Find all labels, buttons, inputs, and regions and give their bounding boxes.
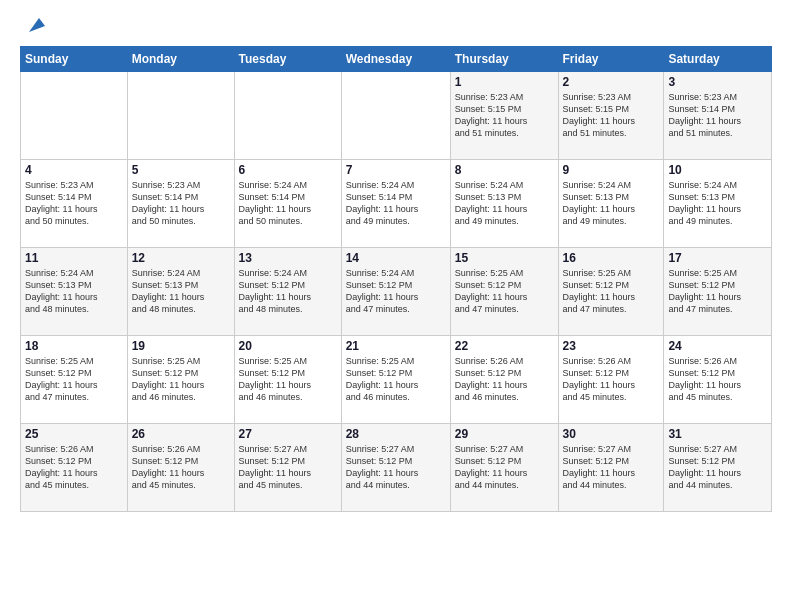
calendar-week-row: 25Sunrise: 5:26 AM Sunset: 5:12 PM Dayli… [21,424,772,512]
table-row [341,72,450,160]
cell-content: 23Sunrise: 5:26 AM Sunset: 5:12 PM Dayli… [563,339,660,404]
table-row: 16Sunrise: 5:25 AM Sunset: 5:12 PM Dayli… [558,248,664,336]
day-info: Sunrise: 5:27 AM Sunset: 5:12 PM Dayligh… [239,443,337,492]
day-info: Sunrise: 5:25 AM Sunset: 5:12 PM Dayligh… [346,355,446,404]
cell-content: 27Sunrise: 5:27 AM Sunset: 5:12 PM Dayli… [239,427,337,492]
day-number: 13 [239,251,337,265]
table-row: 19Sunrise: 5:25 AM Sunset: 5:12 PM Dayli… [127,336,234,424]
cell-content: 4Sunrise: 5:23 AM Sunset: 5:14 PM Daylig… [25,163,123,228]
cell-content: 7Sunrise: 5:24 AM Sunset: 5:14 PM Daylig… [346,163,446,228]
page: Sunday Monday Tuesday Wednesday Thursday… [0,0,792,612]
day-info: Sunrise: 5:27 AM Sunset: 5:12 PM Dayligh… [455,443,554,492]
calendar-table: Sunday Monday Tuesday Wednesday Thursday… [20,46,772,512]
table-row: 20Sunrise: 5:25 AM Sunset: 5:12 PM Dayli… [234,336,341,424]
table-row: 21Sunrise: 5:25 AM Sunset: 5:12 PM Dayli… [341,336,450,424]
day-info: Sunrise: 5:24 AM Sunset: 5:13 PM Dayligh… [25,267,123,316]
col-wednesday: Wednesday [341,47,450,72]
day-info: Sunrise: 5:24 AM Sunset: 5:13 PM Dayligh… [563,179,660,228]
day-number: 29 [455,427,554,441]
day-number: 25 [25,427,123,441]
calendar-week-row: 11Sunrise: 5:24 AM Sunset: 5:13 PM Dayli… [21,248,772,336]
cell-content: 18Sunrise: 5:25 AM Sunset: 5:12 PM Dayli… [25,339,123,404]
table-row: 25Sunrise: 5:26 AM Sunset: 5:12 PM Dayli… [21,424,128,512]
day-number: 11 [25,251,123,265]
day-number: 8 [455,163,554,177]
day-number: 19 [132,339,230,353]
table-row: 24Sunrise: 5:26 AM Sunset: 5:12 PM Dayli… [664,336,772,424]
day-number: 30 [563,427,660,441]
table-row: 6Sunrise: 5:24 AM Sunset: 5:14 PM Daylig… [234,160,341,248]
day-info: Sunrise: 5:26 AM Sunset: 5:12 PM Dayligh… [455,355,554,404]
day-number: 21 [346,339,446,353]
cell-content: 10Sunrise: 5:24 AM Sunset: 5:13 PM Dayli… [668,163,767,228]
day-number: 15 [455,251,554,265]
day-info: Sunrise: 5:25 AM Sunset: 5:12 PM Dayligh… [25,355,123,404]
day-number: 28 [346,427,446,441]
day-number: 23 [563,339,660,353]
col-sunday: Sunday [21,47,128,72]
day-info: Sunrise: 5:24 AM Sunset: 5:13 PM Dayligh… [668,179,767,228]
day-number: 20 [239,339,337,353]
cell-content: 15Sunrise: 5:25 AM Sunset: 5:12 PM Dayli… [455,251,554,316]
col-saturday: Saturday [664,47,772,72]
table-row: 11Sunrise: 5:24 AM Sunset: 5:13 PM Dayli… [21,248,128,336]
cell-content: 9Sunrise: 5:24 AM Sunset: 5:13 PM Daylig… [563,163,660,228]
day-number: 1 [455,75,554,89]
calendar-week-row: 1Sunrise: 5:23 AM Sunset: 5:15 PM Daylig… [21,72,772,160]
col-thursday: Thursday [450,47,558,72]
day-info: Sunrise: 5:24 AM Sunset: 5:12 PM Dayligh… [346,267,446,316]
cell-content: 26Sunrise: 5:26 AM Sunset: 5:12 PM Dayli… [132,427,230,492]
cell-content: 22Sunrise: 5:26 AM Sunset: 5:12 PM Dayli… [455,339,554,404]
day-info: Sunrise: 5:23 AM Sunset: 5:15 PM Dayligh… [455,91,554,140]
cell-content: 25Sunrise: 5:26 AM Sunset: 5:12 PM Dayli… [25,427,123,492]
cell-content: 8Sunrise: 5:24 AM Sunset: 5:13 PM Daylig… [455,163,554,228]
day-number: 6 [239,163,337,177]
table-row: 23Sunrise: 5:26 AM Sunset: 5:12 PM Dayli… [558,336,664,424]
table-row: 12Sunrise: 5:24 AM Sunset: 5:13 PM Dayli… [127,248,234,336]
day-info: Sunrise: 5:27 AM Sunset: 5:12 PM Dayligh… [668,443,767,492]
day-info: Sunrise: 5:23 AM Sunset: 5:14 PM Dayligh… [132,179,230,228]
table-row [21,72,128,160]
cell-content: 2Sunrise: 5:23 AM Sunset: 5:15 PM Daylig… [563,75,660,140]
day-number: 18 [25,339,123,353]
day-info: Sunrise: 5:24 AM Sunset: 5:12 PM Dayligh… [239,267,337,316]
table-row: 30Sunrise: 5:27 AM Sunset: 5:12 PM Dayli… [558,424,664,512]
table-row: 8Sunrise: 5:24 AM Sunset: 5:13 PM Daylig… [450,160,558,248]
cell-content: 16Sunrise: 5:25 AM Sunset: 5:12 PM Dayli… [563,251,660,316]
svg-marker-0 [29,18,45,32]
cell-content: 3Sunrise: 5:23 AM Sunset: 5:14 PM Daylig… [668,75,767,140]
cell-content: 30Sunrise: 5:27 AM Sunset: 5:12 PM Dayli… [563,427,660,492]
table-row: 1Sunrise: 5:23 AM Sunset: 5:15 PM Daylig… [450,72,558,160]
table-row: 14Sunrise: 5:24 AM Sunset: 5:12 PM Dayli… [341,248,450,336]
table-row: 3Sunrise: 5:23 AM Sunset: 5:14 PM Daylig… [664,72,772,160]
day-info: Sunrise: 5:24 AM Sunset: 5:14 PM Dayligh… [239,179,337,228]
day-number: 10 [668,163,767,177]
day-number: 7 [346,163,446,177]
day-info: Sunrise: 5:26 AM Sunset: 5:12 PM Dayligh… [25,443,123,492]
table-row: 10Sunrise: 5:24 AM Sunset: 5:13 PM Dayli… [664,160,772,248]
day-number: 22 [455,339,554,353]
day-info: Sunrise: 5:24 AM Sunset: 5:13 PM Dayligh… [455,179,554,228]
day-number: 4 [25,163,123,177]
day-info: Sunrise: 5:25 AM Sunset: 5:12 PM Dayligh… [668,267,767,316]
calendar-week-row: 18Sunrise: 5:25 AM Sunset: 5:12 PM Dayli… [21,336,772,424]
table-row [234,72,341,160]
cell-content: 28Sunrise: 5:27 AM Sunset: 5:12 PM Dayli… [346,427,446,492]
day-info: Sunrise: 5:24 AM Sunset: 5:13 PM Dayligh… [132,267,230,316]
calendar-header-row: Sunday Monday Tuesday Wednesday Thursday… [21,47,772,72]
day-number: 5 [132,163,230,177]
table-row: 15Sunrise: 5:25 AM Sunset: 5:12 PM Dayli… [450,248,558,336]
day-number: 3 [668,75,767,89]
day-number: 14 [346,251,446,265]
header [20,18,772,36]
table-row: 13Sunrise: 5:24 AM Sunset: 5:12 PM Dayli… [234,248,341,336]
cell-content: 21Sunrise: 5:25 AM Sunset: 5:12 PM Dayli… [346,339,446,404]
day-info: Sunrise: 5:27 AM Sunset: 5:12 PM Dayligh… [346,443,446,492]
day-number: 16 [563,251,660,265]
day-number: 2 [563,75,660,89]
table-row: 27Sunrise: 5:27 AM Sunset: 5:12 PM Dayli… [234,424,341,512]
cell-content: 11Sunrise: 5:24 AM Sunset: 5:13 PM Dayli… [25,251,123,316]
day-info: Sunrise: 5:27 AM Sunset: 5:12 PM Dayligh… [563,443,660,492]
cell-content: 12Sunrise: 5:24 AM Sunset: 5:13 PM Dayli… [132,251,230,316]
day-number: 24 [668,339,767,353]
